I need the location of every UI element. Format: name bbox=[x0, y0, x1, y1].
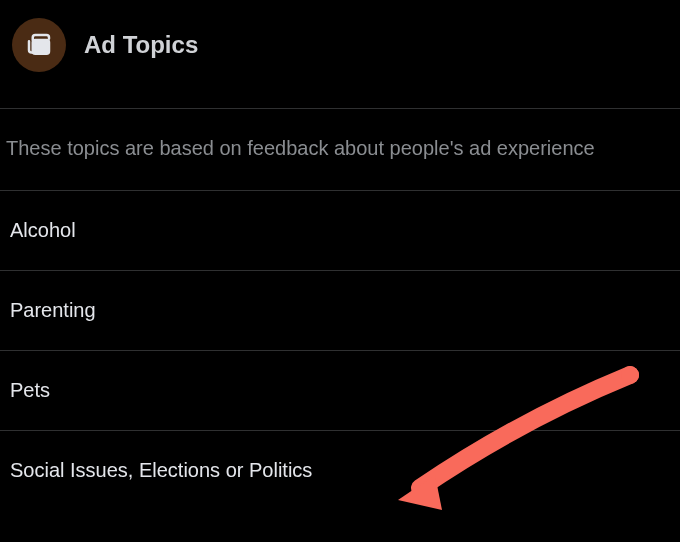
topic-label: Alcohol bbox=[10, 219, 76, 241]
list-item[interactable]: Alcohol bbox=[0, 190, 680, 270]
page-title: Ad Topics bbox=[84, 31, 198, 59]
topic-label: Parenting bbox=[10, 299, 96, 321]
topics-list: Alcohol Parenting Pets Social Issues, El… bbox=[0, 190, 680, 510]
topic-label: Pets bbox=[10, 379, 50, 401]
header: Ad Topics bbox=[0, 0, 680, 90]
topics-icon bbox=[12, 18, 66, 72]
list-item[interactable]: Pets bbox=[0, 350, 680, 430]
svg-rect-1 bbox=[35, 43, 46, 46]
topic-label: Social Issues, Elections or Politics bbox=[10, 459, 312, 481]
list-item[interactable]: Social Issues, Elections or Politics bbox=[0, 430, 680, 510]
description-text: These topics are based on feedback about… bbox=[0, 109, 680, 190]
list-item[interactable]: Parenting bbox=[0, 270, 680, 350]
